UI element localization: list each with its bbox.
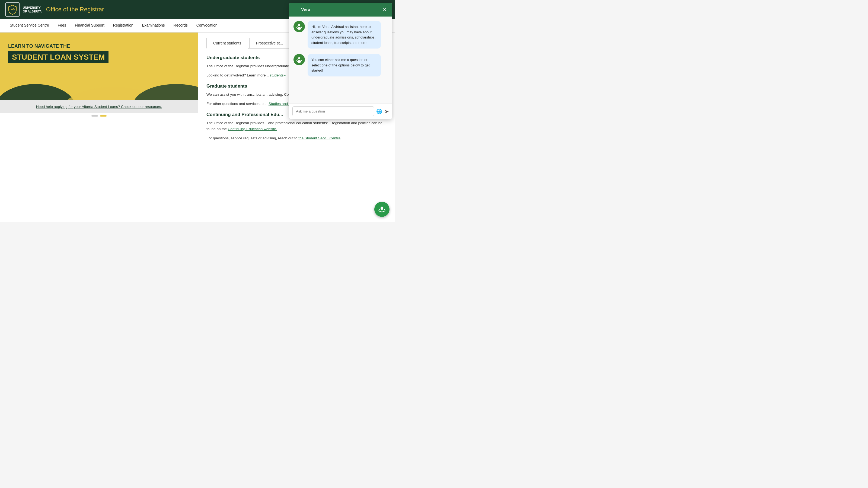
left-panel: LEARN TO NAVIGATE THE STUDENT LOAN SYSTE…: [0, 33, 198, 222]
chat-bubble-1: Hi, I'm Vera! A virtual assistant here t…: [308, 21, 381, 48]
chat-bubble-2: You can either ask me a question or sele…: [308, 54, 381, 76]
carousel-dots: [0, 113, 198, 119]
banner-dot-1: [60, 73, 63, 77]
chat-input-area: 🌐 ➤: [289, 103, 392, 119]
nav-item-registration[interactable]: Registration: [109, 19, 138, 33]
chat-minimize-button[interactable]: –: [373, 7, 378, 13]
vera-persona-icon-1: [295, 23, 303, 31]
shield-icon: UofA: [7, 4, 18, 14]
chat-message-1: Hi, I'm Vera! A virtual assistant here t…: [293, 21, 388, 48]
university-name: UNIVERSITY OF ALBERTA: [23, 6, 42, 13]
carousel-dot-2[interactable]: [100, 115, 106, 117]
nav-item-examinations[interactable]: Examinations: [138, 19, 169, 33]
banner-dot-2: [56, 69, 58, 72]
chat-message-2: You can either ask me a question or sele…: [293, 54, 388, 76]
banner-title: STUDENT LOAN SYSTEM: [8, 51, 108, 63]
continuing-text-1: The Office of the Registrar provides... …: [207, 120, 387, 132]
site-title: Office of the Registrar: [46, 6, 104, 13]
students-link[interactable]: students»: [270, 73, 286, 77]
banner-caption-link[interactable]: Need help applying for your Alberta Stud…: [36, 105, 162, 109]
chat-translate-button[interactable]: 🌐: [376, 108, 382, 115]
nav-item-financial-support[interactable]: Financial Support: [70, 19, 109, 33]
chat-header: ⋮ Vera – ✕: [289, 3, 392, 17]
chat-send-button[interactable]: ➤: [384, 108, 389, 115]
student-service-link[interactable]: the Student Serv... Centre: [299, 136, 340, 140]
banner-wave: [0, 73, 198, 100]
vera-avatar-1: [293, 21, 305, 32]
chat-fab-icon: [378, 205, 386, 214]
svg-point-6: [297, 27, 301, 30]
chat-overlay: ⋮ Vera – ✕ Hi, I'm Vera! A virtual assis…: [289, 3, 392, 119]
chat-close-button[interactable]: ✕: [381, 6, 388, 13]
chat-messages: Hi, I'm Vera! A virtual assistant here t…: [289, 17, 392, 103]
continuing-text-2: For questions, service requests or advis…: [207, 135, 387, 141]
nav-item-fees[interactable]: Fees: [54, 19, 70, 33]
svg-point-11: [297, 60, 301, 63]
banner-caption: Need help applying for your Alberta Stud…: [0, 100, 198, 113]
chat-fab-button[interactable]: [374, 202, 390, 217]
svg-point-5: [298, 24, 300, 26]
tab-prospective-students[interactable]: Prospective st...: [249, 38, 290, 48]
svg-point-1: [0, 84, 76, 100]
svg-point-10: [298, 57, 300, 59]
chat-input[interactable]: [292, 106, 374, 116]
hero-banner: LEARN TO NAVIGATE THE STUDENT LOAN SYSTE…: [0, 33, 198, 100]
logo-area: UofA UNIVERSITY OF ALBERTA: [5, 2, 42, 17]
banner-subtitle: LEARN TO NAVIGATE THE: [8, 43, 190, 49]
nav-item-student-service-centre[interactable]: Student Service Centre: [5, 19, 54, 33]
tab-current-students[interactable]: Current students: [207, 38, 248, 48]
university-logo: UofA: [5, 2, 20, 17]
vera-persona-icon-2: [295, 56, 303, 64]
nav-item-records[interactable]: Records: [169, 19, 192, 33]
carousel-dot-1[interactable]: [91, 115, 98, 117]
continuing-education-link[interactable]: Continuing Education website.: [228, 127, 277, 131]
nav-item-convocation[interactable]: Convocation: [192, 19, 222, 33]
svg-point-3: [133, 84, 198, 100]
svg-point-15: [380, 206, 383, 210]
chat-title: Vera: [301, 7, 370, 12]
svg-text:UofA: UofA: [9, 8, 16, 11]
chat-menu-icon[interactable]: ⋮: [293, 7, 299, 13]
vera-avatar-2: [293, 54, 305, 65]
